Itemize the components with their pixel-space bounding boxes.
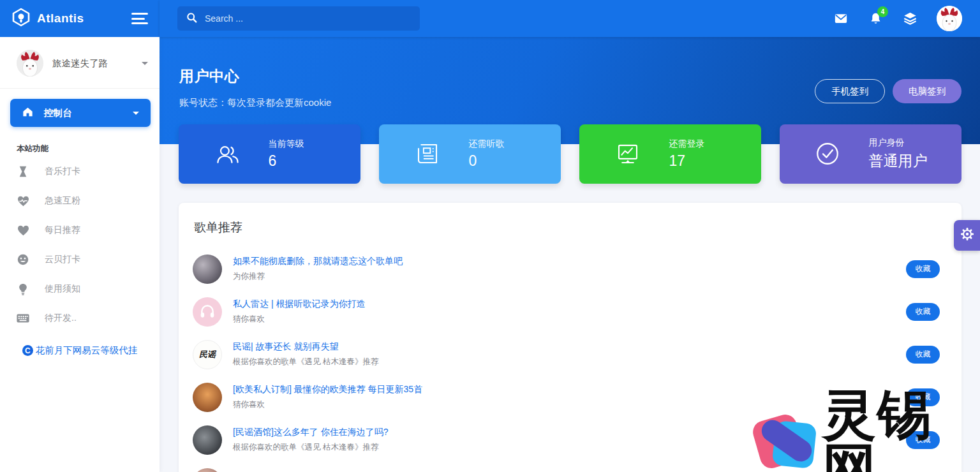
playlist-subtitle: 为你推荐 bbox=[233, 271, 906, 282]
stat-card-current-level: 当前等级 6 bbox=[179, 124, 360, 184]
playlist-recommendations-card: 歌单推荐 如果不能彻底删除，那就请遗忘这个歌单吧 为你推荐 收藏 私人雷达 | … bbox=[179, 203, 961, 472]
stat-card-logins-remaining: 还需登录 17 bbox=[579, 124, 761, 184]
stat-value: 6 bbox=[269, 152, 326, 170]
stat-label: 还需登录 bbox=[669, 138, 727, 150]
account-status-text: 账号状态：每次登录都会更新cookie bbox=[179, 97, 331, 109]
chevron-down-icon bbox=[142, 62, 148, 65]
brand[interactable]: Atlantis bbox=[11, 8, 131, 29]
list-item: 【华语集】好听到可以单曲循环·治愈 收藏 bbox=[193, 461, 950, 472]
stat-value: 17 bbox=[669, 152, 727, 170]
users-icon bbox=[214, 140, 242, 168]
playlist-subtitle: 根据你喜欢的歌单《遇见 枯木逢春》推荐 bbox=[233, 357, 906, 367]
list-item: 民谣 民谣| 故事还长 就别再失望 根据你喜欢的歌单《遇见 枯木逢春》推荐 收藏 bbox=[193, 333, 950, 376]
sidebar-item-fast-follow[interactable]: 急速互粉 bbox=[0, 186, 160, 216]
circle-c-icon: C bbox=[22, 345, 33, 356]
search-box[interactable] bbox=[177, 6, 420, 31]
gear-icon bbox=[960, 226, 975, 244]
newspaper-icon bbox=[414, 140, 442, 168]
playlist-link[interactable]: [民谣酒馆]这么多年了 你住在海边了吗? bbox=[233, 427, 906, 438]
playlist-cover: 民谣 bbox=[193, 340, 222, 369]
list-item: [民谣酒馆]这么多年了 你住在海边了吗? 根据你喜欢的歌单《遇见 枯木逢春》推荐… bbox=[193, 418, 950, 461]
settings-gear-button[interactable] bbox=[954, 220, 980, 251]
phone-signin-button[interactable]: 手机签到 bbox=[815, 79, 885, 103]
playlist-cover bbox=[193, 468, 222, 472]
stat-value: 0 bbox=[469, 152, 526, 170]
playlist-subtitle: 猜你喜欢 bbox=[233, 314, 906, 325]
pc-signin-button[interactable]: 电脑签到 bbox=[893, 79, 961, 103]
sidebar-item-daily-recommend[interactable]: 每日推荐 bbox=[0, 216, 160, 245]
playlist-cover bbox=[193, 254, 222, 284]
page-title: 用户中心 bbox=[179, 66, 239, 86]
stats-row: 当前等级 6 还需听歌 0 还需登录 17 bbox=[179, 124, 961, 184]
playlist-subtitle: 猜你喜欢 bbox=[233, 399, 906, 410]
stat-label: 当前等级 bbox=[269, 138, 326, 150]
favorite-button[interactable]: 收藏 bbox=[906, 431, 940, 449]
sidebar-item-usage-notice[interactable]: 使用须知 bbox=[0, 274, 160, 304]
app-root: Atlantis 4 bbox=[0, 0, 980, 472]
playlist-link[interactable]: 如果不能彻底删除，那就请遗忘这个歌单吧 bbox=[233, 256, 906, 267]
logo-header: Atlantis bbox=[0, 0, 160, 37]
stat-card-user-role: 用户身份 普通用户 bbox=[780, 124, 961, 184]
favorite-button[interactable]: 收藏 bbox=[906, 303, 940, 321]
stat-label: 还需听歌 bbox=[469, 138, 526, 150]
monitor-chart-icon bbox=[614, 140, 642, 168]
sidebar: 旅途迷失了路 控制台 本站功能 音乐打卡 急速互粉 bbox=[0, 37, 160, 472]
check-circle-icon bbox=[814, 140, 842, 168]
favorite-button[interactable]: 收藏 bbox=[906, 388, 940, 406]
smiley-icon bbox=[17, 253, 29, 266]
stat-label: 用户身份 bbox=[869, 137, 928, 149]
playlist-link[interactable]: [欧美私人订制] 最懂你的欧美推荐 每日更新35首 bbox=[233, 384, 906, 395]
heart-pulse-icon bbox=[17, 195, 29, 207]
messages-icon[interactable] bbox=[833, 11, 849, 26]
favorite-button[interactable]: 收藏 bbox=[906, 346, 940, 364]
sidebar-item-music-checkin[interactable]: 音乐打卡 bbox=[0, 157, 160, 186]
brand-name: Atlantis bbox=[37, 11, 84, 26]
home-icon bbox=[22, 106, 34, 121]
chevron-down-icon bbox=[133, 112, 139, 115]
list-item: [欧美私人订制] 最懂你的欧美推荐 每日更新35首 猜你喜欢 收藏 bbox=[193, 376, 950, 418]
sidebar-section-label: 本站功能 bbox=[0, 127, 160, 157]
heart-icon bbox=[17, 224, 29, 237]
stat-value: 普通用户 bbox=[869, 151, 928, 171]
signin-actions: 手机签到 电脑签到 bbox=[815, 79, 961, 103]
playlist-link[interactable]: 民谣| 故事还长 就别再失望 bbox=[233, 341, 906, 353]
playlist-cover bbox=[193, 383, 222, 412]
sidebar-user-name: 旅途迷失了路 bbox=[52, 57, 133, 70]
notifications-bell-icon[interactable]: 4 bbox=[868, 11, 883, 26]
playlist-subtitle: 根据你喜欢的歌单《遇见 枯木逢春》推荐 bbox=[233, 442, 906, 453]
navbar-actions: 4 bbox=[833, 6, 962, 31]
sidebar-console-label: 控制台 bbox=[44, 107, 122, 119]
sidebar-item-yunbei-checkin[interactable]: 云贝打卡 bbox=[0, 245, 160, 274]
atlantis-logo-icon bbox=[11, 8, 31, 29]
playlist-cover bbox=[193, 297, 222, 327]
sidebar-toggle-icon[interactable] bbox=[131, 13, 148, 24]
search-icon bbox=[186, 12, 197, 26]
playlist-link[interactable]: 私人雷达 | 根据听歌记录为你打造 bbox=[233, 299, 906, 310]
list-item: 私人雷达 | 根据听歌记录为你打造 猜你喜欢 收藏 bbox=[193, 290, 950, 333]
playlist-section-title: 歌单推荐 bbox=[194, 219, 950, 236]
layers-icon[interactable] bbox=[902, 11, 917, 26]
sidebar-user-avatar bbox=[17, 50, 43, 77]
favorite-button[interactable]: 收藏 bbox=[906, 260, 940, 278]
sidebar-item-console[interactable]: 控制台 bbox=[10, 99, 151, 127]
stat-card-songs-remaining: 还需听歌 0 bbox=[379, 124, 561, 184]
sidebar-item-in-development[interactable]: 待开发.. bbox=[0, 304, 160, 333]
lightbulb-icon bbox=[17, 283, 29, 295]
search-input[interactable] bbox=[205, 13, 411, 24]
sidebar-footer-link[interactable]: C 花前月下网易云等级代挂 bbox=[0, 344, 160, 357]
user-avatar[interactable] bbox=[937, 6, 962, 31]
sidebar-user[interactable]: 旅途迷失了路 bbox=[0, 37, 160, 89]
sidebar-footer-link-label: 花前月下网易云等级代挂 bbox=[36, 344, 138, 357]
keyboard-icon bbox=[17, 312, 29, 325]
notification-badge: 4 bbox=[877, 6, 888, 17]
list-item: 如果不能彻底删除，那就请遗忘这个歌单吧 为你推荐 收藏 bbox=[193, 247, 950, 290]
playlist-cover bbox=[193, 425, 222, 455]
hourglass-icon bbox=[17, 165, 29, 178]
top-navbar: 4 bbox=[160, 0, 980, 37]
